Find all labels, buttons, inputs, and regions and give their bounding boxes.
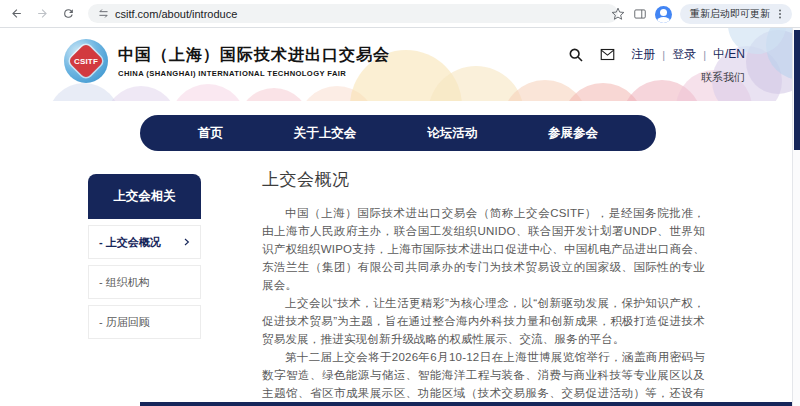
next-section-edge xyxy=(140,402,792,406)
profile-avatar[interactable] xyxy=(655,6,672,23)
update-label: 重新启动即可更新 xyxy=(690,7,770,21)
sidebar-item-label: - 组织机构 xyxy=(99,275,150,290)
side-panel-icon[interactable] xyxy=(633,7,647,21)
main-nav: 首页 关于上交会 论坛活动 参展参会 xyxy=(140,115,656,151)
scrollbar-thumb[interactable] xyxy=(794,30,800,150)
sidebar-item-label: - 历届回顾 xyxy=(99,315,150,330)
sidebar-item-history[interactable]: - 历届回顾 xyxy=(88,305,201,339)
site-header: CSITF 中国（上海）国际技术进出口交易会 CHINA (SHANGHAI) … xyxy=(0,28,793,101)
site-info-icon[interactable] xyxy=(98,8,109,19)
browser-back-icon[interactable] xyxy=(6,4,26,24)
nav-item-exhibit[interactable]: 参展参会 xyxy=(548,125,598,142)
overview-paragraph: 第十二届上交会将于2026年6月10-12日在上海世博展览馆举行，涵盖商用密码与… xyxy=(262,348,705,406)
main-content: 上交会概况 中国（上海）国际技术进出口交易会（简称上交会CSITF），是经国务院… xyxy=(262,168,705,406)
chrome-update-button[interactable]: 重新启动即可更新 xyxy=(680,4,792,24)
login-link[interactable]: 登录 xyxy=(672,46,696,63)
sidebar-item-label: - 上交会概况 xyxy=(99,235,161,250)
overview-paragraph: 上交会以“技术，让生活更精彩”为核心理念，以“创新驱动发展，保护知识产权，促进技… xyxy=(262,294,705,348)
nav-item-forum[interactable]: 论坛活动 xyxy=(427,125,477,142)
mail-icon[interactable] xyxy=(598,47,617,62)
browser-forward-icon[interactable] xyxy=(32,4,52,24)
page-title: 上交会概况 xyxy=(262,168,705,191)
overview-paragraph: 中国（上海）国际技术进出口交易会（简称上交会CSITF），是经国务院批准，由上海… xyxy=(262,204,705,294)
sidebar-item-organization[interactable]: - 组织机构 xyxy=(88,265,201,299)
register-link[interactable]: 注册 xyxy=(631,46,655,63)
address-bar[interactable]: csitf.com/about/introduce xyxy=(88,4,618,23)
separator: | xyxy=(703,49,706,61)
site-subtitle: CHINA (SHANGHAI) INTERNATIONAL TECHNOLOG… xyxy=(118,69,390,78)
url-text: csitf.com/about/introduce xyxy=(115,8,237,20)
chevron-right-icon xyxy=(182,237,191,247)
contact-us-link[interactable]: 联系我们 xyxy=(701,70,745,85)
sidebar-item-overview[interactable]: - 上交会概况 xyxy=(88,225,201,259)
separator: | xyxy=(662,49,665,61)
site-title: 中国（上海）国际技术进出口交易会 xyxy=(118,45,390,66)
sidebar-title: 上交会相关 xyxy=(88,174,201,219)
bookmark-star-icon[interactable] xyxy=(611,7,625,21)
search-icon[interactable] xyxy=(568,47,584,63)
page: CSITF 中国（上海）国际技术进出口交易会 CHINA (SHANGHAI) … xyxy=(0,28,800,406)
logo-text: CSITF xyxy=(64,39,108,83)
sidebar: 上交会相关 - 上交会概况 - 组织机构 - 历届回顾 xyxy=(88,174,201,339)
csitf-logo[interactable]: CSITF xyxy=(64,39,108,83)
page-scrollbar[interactable] xyxy=(792,28,800,406)
nav-item-about[interactable]: 关于上交会 xyxy=(294,125,357,142)
decor-bubble xyxy=(170,84,246,101)
decor-bubble xyxy=(105,86,177,101)
browser-toolbar: csitf.com/about/introduce 重新启动即可更新 xyxy=(0,0,800,28)
language-switch[interactable]: 中/EN xyxy=(713,46,745,63)
menu-kebab-icon[interactable] xyxy=(774,8,786,20)
browser-reload-icon[interactable] xyxy=(58,4,78,24)
nav-item-home[interactable]: 首页 xyxy=(198,125,223,142)
decor-bubble xyxy=(48,83,120,101)
decor-bubble xyxy=(238,88,310,101)
